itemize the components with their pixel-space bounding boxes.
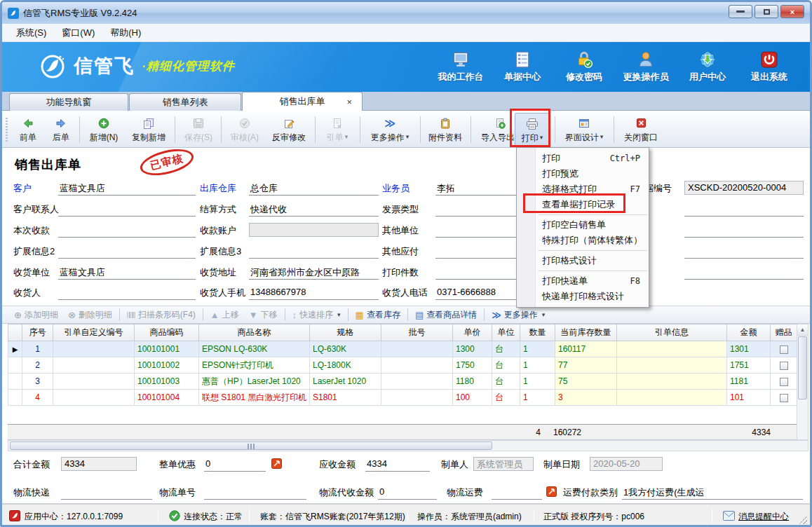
save-button: 保存(S) [179,113,218,146]
field-address-value[interactable]: 河南省郑州市金水区中原路 [249,265,379,280]
resize-grip[interactable] [799,516,807,524]
minimize-button[interactable] [729,5,752,18]
field-salesman-label: 业务员 [382,182,410,195]
field-ext2-label: 扩展信息2 [13,245,55,258]
more-actions-button[interactable]: ≫ 更多操作▾ [364,113,416,146]
field-other-unit-value[interactable] [435,223,520,238]
field-customer-value[interactable]: 蓝猫文具店 [58,181,196,196]
horizontal-scroll-thumb[interactable] [10,442,492,450]
gift-checkbox[interactable] [780,378,788,386]
total-amount: 4334 [709,427,771,437]
table-row[interactable]: 3 100101003 惠普（HP）LaserJet 1020 LaserJet… [8,374,797,390]
logistics-express-field[interactable] [61,485,152,500]
menu-item-print-preview[interactable]: 打印预览 [517,166,649,182]
table-row[interactable]: 4 100101004 联想 S1801 黑白激光打印机 S1801 100 台… [8,390,797,406]
view-stock-button[interactable]: ▦查看库存 [351,307,405,322]
view-product-detail-button[interactable]: ▤查看商品详情 [410,307,482,322]
menu-help[interactable]: 帮助(H) [103,25,148,41]
action-document-center[interactable]: 单据中心 [492,48,553,83]
action-switch-operator[interactable]: 更换操作员 [615,48,677,83]
vertical-scrollbar[interactable]: ▲ [797,324,808,440]
field-hidden-underline[interactable] [684,223,804,238]
cod-amount-field[interactable]: 0 [378,485,437,500]
maximize-button[interactable] [755,5,778,18]
scroll-up-icon[interactable]: ▲ [797,324,808,336]
close-window-button[interactable]: 关闭窗口 [618,113,664,146]
maximize-icon [764,9,770,15]
field-print-count-value[interactable] [435,265,520,280]
attachments-button[interactable]: 附件资料 [424,113,466,146]
field-salesman-value[interactable]: 李拓 [435,181,520,196]
field-ext2-value[interactable] [58,244,196,259]
field-warehouse-value[interactable]: 总仓库 [249,181,379,196]
ui-design-button[interactable]: 界面设计▾ [559,113,609,146]
tab-function-nav[interactable]: 功能导航窗 [9,93,128,111]
action-change-password[interactable]: 修改密码 [553,48,615,83]
total-qty: 4 [508,427,541,437]
menu-system[interactable]: 系统(S) [9,25,53,41]
table-row[interactable]: 2 100101002 EPSON针式打印机 LQ-1800K 1750 台 1… [8,357,797,374]
field-hidden-underline[interactable] [684,244,804,259]
menu-item-select-format-print[interactable]: 选择格式打印F7 [517,182,649,197]
field-contact-label: 客户联系人 [13,203,59,216]
field-ext3-value[interactable] [249,244,379,259]
field-receiver-unit-value[interactable]: 蓝猫文具店 [58,265,196,280]
vertical-scroll-thumb[interactable] [798,336,807,399]
field-payment-value[interactable] [58,223,196,238]
header-seq: 序号 [22,324,53,341]
next-doc-button[interactable]: 后单 [45,113,77,146]
logistics-no-field[interactable] [204,485,306,500]
calc-icon[interactable] [546,486,557,497]
window-titlebar: 信管飞RMS专业版 V9.2.424 × [2,2,810,24]
menu-item-special-print[interactable]: 特殊打印（简体转繁体） [517,233,649,248]
edit-icon [283,118,295,129]
copy-new-button[interactable]: 复制新增 [127,113,170,146]
unaudit-button[interactable]: 反审修改 [267,113,311,146]
field-receiver-value[interactable] [58,285,196,300]
field-other-payable-value[interactable] [435,244,520,259]
field-phone-value[interactable]: 0371-6666888 [435,285,520,300]
table-row[interactable]: ▶ 1 100101001 EPSON LQ-630K LQ-630K 1300… [8,341,797,357]
creator-label: 制单人 [441,458,468,471]
menu-separator [538,271,647,271]
print-button[interactable]: 打印▾ [515,113,550,146]
freight-pay-type-label: 运费付款类别 [563,486,618,499]
new-button[interactable]: 新增(N) [83,113,124,146]
tab-close-icon[interactable]: × [346,97,352,107]
detail-more-actions-button[interactable]: ≫更多操作▾ [487,307,550,322]
menu-item-view-print-records[interactable]: 查看单据打印记录 [517,197,649,212]
calc-icon[interactable] [271,458,282,469]
menu-item-print-blank-order[interactable]: 打印空白销售单 [517,217,649,233]
field-contact-value[interactable] [58,202,196,217]
prev-doc-button[interactable]: 前单 [12,113,44,146]
tab-sales-outbound[interactable]: 销售出库单 × [242,92,363,111]
freight-field[interactable] [492,485,542,500]
freight-pay-type-field[interactable]: 1我方付运费(生成运 [622,485,803,500]
menu-item-express-format-design[interactable]: 快递单打印格式设计 [517,289,649,304]
gift-checkbox[interactable] [780,345,788,354]
action-exit-system[interactable]: 退出系统 [738,48,800,83]
gift-checkbox[interactable] [780,394,788,402]
action-my-workspace[interactable]: 我的工作台 [430,48,492,83]
discount-field[interactable]: 0 [204,457,266,472]
receivable-field[interactable]: 4334 [365,457,430,472]
tab-sales-list[interactable]: 销售单列表 [129,93,241,111]
field-settlement-value[interactable]: 快递代收 [249,202,379,217]
horizontal-scrollbar[interactable] [8,440,808,451]
field-payment-label: 本次收款 [13,224,50,237]
gift-checkbox[interactable] [780,362,788,370]
menu-item-print-express[interactable]: 打印快递单F8 [517,273,649,289]
field-other-payable-label: 其他应付 [382,245,419,258]
action-user-center[interactable]: 用户中心 [677,48,738,83]
message-center-link[interactable]: 消息提醒中心 [738,511,789,523]
field-mobile-value[interactable]: 13488667978 [249,285,379,300]
scroll-grip-icon [248,444,256,449]
menu-item-print[interactable]: 打印Ctrl+P [517,151,649,166]
close-button[interactable]: × [780,5,804,18]
close-icon: × [790,8,794,16]
field-hidden-underline[interactable] [684,202,804,217]
field-hidden-underline[interactable] [684,265,804,280]
field-invoice-type-value[interactable] [435,202,520,217]
menu-item-print-format-design[interactable]: 打印格式设计 [517,253,649,268]
menu-window[interactable]: 窗口(W) [55,25,102,41]
